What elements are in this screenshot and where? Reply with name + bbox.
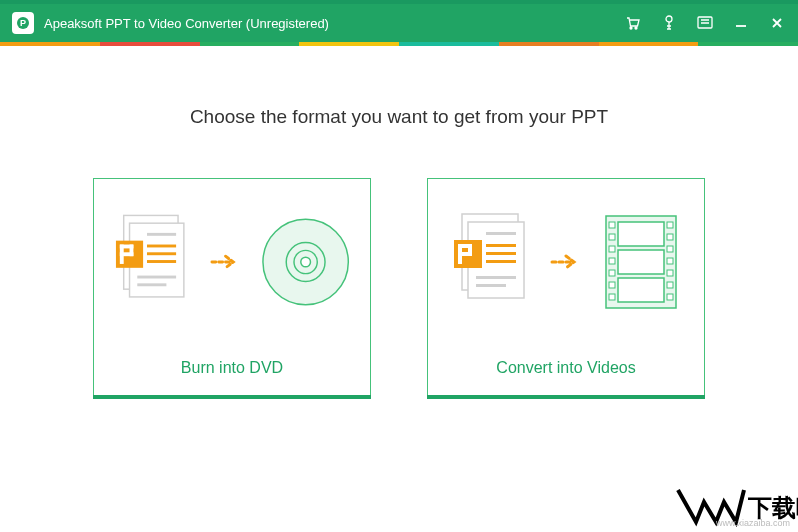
- svg-rect-18: [137, 283, 166, 286]
- svg-rect-46: [609, 294, 615, 300]
- accent-stripe: [0, 42, 798, 46]
- arrow-right-icon: [210, 252, 241, 272]
- svg-point-3: [635, 27, 637, 29]
- svg-rect-50: [667, 258, 673, 264]
- svg-rect-52: [667, 282, 673, 288]
- watermark-url: www.xiazaiba.com: [716, 518, 790, 528]
- svg-rect-43: [609, 258, 615, 264]
- key-icon[interactable]: [660, 14, 678, 32]
- svg-rect-41: [609, 234, 615, 240]
- main-content: Choose the format you want to get from y…: [0, 46, 798, 436]
- svg-rect-51: [667, 270, 673, 276]
- svg-rect-42: [609, 246, 615, 252]
- page-heading: Choose the format you want to get from y…: [40, 106, 758, 128]
- dvd-disc-icon: [261, 216, 350, 308]
- svg-rect-44: [609, 270, 615, 276]
- svg-rect-38: [618, 250, 664, 274]
- svg-rect-48: [667, 234, 673, 240]
- card-body: [94, 179, 370, 345]
- svg-point-2: [630, 27, 632, 29]
- option-label: Burn into DVD: [94, 345, 370, 395]
- burn-dvd-option[interactable]: Burn into DVD: [93, 178, 371, 396]
- svg-text:P: P: [20, 18, 26, 28]
- svg-rect-37: [618, 222, 664, 246]
- svg-rect-15: [147, 252, 176, 255]
- svg-rect-47: [667, 222, 673, 228]
- svg-rect-39: [618, 278, 664, 302]
- svg-point-4: [666, 16, 672, 22]
- svg-rect-35: [476, 284, 506, 287]
- svg-rect-29: [468, 244, 472, 256]
- format-options: Burn into DVD: [40, 178, 758, 396]
- svg-point-22: [301, 257, 311, 267]
- svg-rect-53: [667, 294, 673, 300]
- app-title: Apeaksoft PPT to Video Converter (Unregi…: [44, 16, 624, 31]
- svg-rect-40: [609, 222, 615, 228]
- titlebar: P Apeaksoft PPT to Video Converter (Unre…: [0, 4, 798, 42]
- ppt-document-icon: [114, 212, 190, 312]
- option-label: Convert into Videos: [428, 345, 704, 395]
- video-film-icon: [602, 212, 680, 312]
- svg-rect-17: [137, 276, 176, 279]
- svg-rect-14: [147, 245, 176, 248]
- window-controls: [624, 14, 786, 32]
- close-button[interactable]: [768, 14, 786, 32]
- convert-video-option[interactable]: Convert into Videos: [427, 178, 705, 396]
- card-body: [428, 179, 704, 345]
- cart-icon[interactable]: [624, 14, 642, 32]
- arrow-right-icon: [550, 252, 582, 272]
- svg-rect-16: [147, 260, 176, 263]
- menu-icon[interactable]: [696, 14, 714, 32]
- app-logo-icon: P: [12, 12, 34, 34]
- svg-rect-34: [476, 276, 516, 279]
- svg-rect-30: [486, 232, 516, 235]
- svg-rect-13: [147, 233, 176, 236]
- svg-rect-12: [130, 245, 134, 257]
- svg-rect-49: [667, 246, 673, 252]
- minimize-button[interactable]: [732, 14, 750, 32]
- svg-rect-32: [486, 252, 516, 255]
- ppt-document-icon: [452, 212, 530, 312]
- svg-rect-33: [486, 260, 516, 263]
- svg-rect-45: [609, 282, 615, 288]
- svg-rect-31: [486, 244, 516, 247]
